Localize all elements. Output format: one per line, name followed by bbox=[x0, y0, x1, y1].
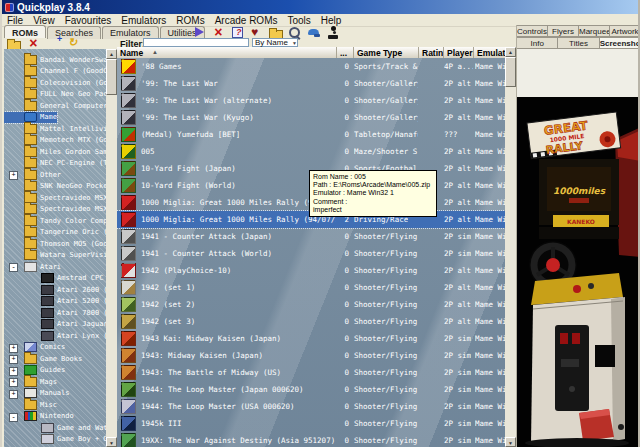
tree-item[interactable]: General Computer ... bbox=[4, 100, 106, 112]
game-row[interactable]: 1943: The Battle of Midway (US) 0 Shoote… bbox=[117, 364, 505, 381]
expand-toggle-icon[interactable]: + bbox=[9, 355, 18, 364]
menu-item[interactable]: Help bbox=[316, 15, 347, 26]
game-row[interactable]: 1942 (set 1) 0 Shooter/Flying... 2P alt … bbox=[117, 279, 505, 296]
expand-toggle-icon[interactable]: + bbox=[9, 367, 18, 376]
tree-item[interactable]: Tangerine Oric (G... bbox=[4, 227, 106, 239]
tree-item[interactable]: Game Boy + Game ... bbox=[4, 434, 106, 446]
media-tab[interactable]: Artwork bbox=[610, 25, 640, 37]
tree-item[interactable]: + Comics bbox=[4, 342, 65, 354]
media-tab[interactable]: Info bbox=[517, 37, 558, 49]
tree-item[interactable]: Thomson MO5 (Good... bbox=[4, 238, 106, 250]
tree-item[interactable]: Misc bbox=[4, 399, 57, 411]
scroll-up-icon[interactable]: ▲ bbox=[106, 49, 117, 59]
tree-item[interactable]: Spectravideo MSX ... bbox=[4, 204, 106, 216]
tree-item[interactable]: - Nintendo bbox=[4, 411, 74, 423]
game-row[interactable]: (Medal) Yumefuda [BET] 0 Tabletop/Hanafu… bbox=[117, 126, 505, 143]
game-row[interactable]: 1945k III 0 Shooter/Flying... 2P sim Mam… bbox=[117, 415, 505, 432]
game-row[interactable]: 1941 - Counter Attack (Japan) 0 Shooter/… bbox=[117, 228, 505, 245]
menu-item[interactable]: File bbox=[2, 15, 28, 26]
game-row[interactable]: 1943: Midway Kaisen (Japan) 0 Shooter/Fl… bbox=[117, 347, 505, 364]
menu-item[interactable]: Emulators bbox=[116, 15, 171, 26]
column-header[interactable]: Game Type bbox=[354, 47, 419, 58]
tree-item[interactable]: Tandy Color Compu... bbox=[4, 215, 106, 227]
media-tab[interactable]: Controls bbox=[517, 25, 548, 37]
game-row[interactable]: 1942 (set 2) 0 Shooter/Flying... 2P alt … bbox=[117, 296, 505, 313]
column-header[interactable]: Emulator bbox=[474, 47, 505, 58]
tree-item[interactable]: Colecovision (Goo... bbox=[4, 77, 106, 89]
media-tab[interactable]: Flyers bbox=[548, 25, 579, 37]
tree-item[interactable]: Miles Gordon Sam ... bbox=[4, 146, 106, 158]
tree-item[interactable]: + Other bbox=[4, 169, 61, 181]
tree-item[interactable]: Spectravideo MSX ... bbox=[4, 192, 106, 204]
expand-toggle-icon[interactable]: + bbox=[9, 171, 18, 180]
game-row[interactable]: 1942 (PlayChoice-10) 0 Shooter/Flying...… bbox=[117, 262, 505, 279]
tree-item[interactable]: Atari Jaguar (Go... bbox=[4, 319, 106, 331]
tree-item[interactable]: + Game Books bbox=[4, 353, 82, 365]
tree-item[interactable]: Amstrad CPC (Goo... bbox=[4, 273, 106, 285]
game-row[interactable]: '99: The Last War (alternate) 0 Shooter/… bbox=[117, 92, 505, 109]
expand-toggle-icon[interactable]: + bbox=[9, 344, 18, 353]
tree-item[interactable]: Channel F (GoodCh... bbox=[4, 66, 106, 78]
column-header[interactable]: Rating bbox=[419, 47, 444, 58]
tree-scrollbar[interactable]: ▲ ▼ bbox=[106, 49, 117, 447]
media-tab[interactable]: Marquees bbox=[579, 25, 610, 37]
expand-toggle-icon[interactable]: + bbox=[9, 390, 18, 399]
menu-item[interactable]: Favourites bbox=[60, 15, 117, 26]
menu-item[interactable]: Tools bbox=[282, 15, 315, 26]
menu-item[interactable]: View bbox=[28, 15, 60, 26]
tree-item[interactable]: Memotech MTX (Goo... bbox=[4, 135, 106, 147]
scroll-down-icon[interactable]: ▼ bbox=[505, 437, 516, 447]
tree-item[interactable]: SNK NeoGeo Pocket... bbox=[4, 181, 106, 193]
column-header[interactable]: Name bbox=[117, 47, 337, 58]
tree-item[interactable]: + Guides bbox=[4, 365, 65, 377]
expand-toggle-icon[interactable]: - bbox=[9, 263, 18, 272]
menu-item[interactable]: ROMs bbox=[171, 15, 209, 26]
tree-item[interactable]: FULL Neo Geo Pack... bbox=[4, 89, 106, 101]
sort-by-combobox[interactable]: By Name ▼ bbox=[252, 38, 298, 47]
tree-item[interactable]: Atari 7800 (Good... bbox=[4, 307, 106, 319]
tree-item[interactable]: Atari Lynx (Good... bbox=[4, 330, 106, 342]
tree-item[interactable]: - Atari bbox=[4, 261, 61, 273]
column-header[interactable]: Players bbox=[444, 47, 474, 58]
tree-item[interactable]: NEC PC-Engine (Tu... bbox=[4, 158, 106, 170]
game-row[interactable]: 1941 - Counter Attack (World) 0 Shooter/… bbox=[117, 245, 505, 262]
expand-toggle-icon[interactable]: + bbox=[9, 378, 18, 387]
good-tools-button[interactable] bbox=[306, 26, 322, 40]
game-row[interactable]: 1944: The Loop Master (USA 000620) 0 Sho… bbox=[117, 398, 505, 415]
list-scrollbar[interactable]: ▲ ▼ bbox=[505, 47, 516, 447]
game-row[interactable]: 19XX: The War Against Destiny (Asia 9512… bbox=[117, 432, 505, 447]
game-row[interactable]: 1942 (set 3) 0 Shooter/Flying... 2P alt … bbox=[117, 313, 505, 330]
tree-item[interactable]: Atari 5200 (Good... bbox=[4, 296, 106, 308]
expand-toggle-icon[interactable]: - bbox=[9, 413, 18, 422]
controller-setup-button[interactable] bbox=[325, 26, 341, 40]
filter-input[interactable] bbox=[143, 38, 249, 47]
game-row[interactable]: 005 0 Maze/Shooter S... 2P alt Mame Win bbox=[117, 143, 505, 160]
game-row[interactable]: 1943 Kai: Midway Kaisen (Japan) 0 Shoote… bbox=[117, 330, 505, 347]
tree-item[interactable]: Mattel Intellivis... bbox=[4, 123, 106, 135]
tree-item-icon bbox=[24, 239, 37, 249]
list-scroll-thumb[interactable] bbox=[505, 57, 516, 87]
game-row[interactable]: '88 Games 0 Sports/Track &... 4P a... Ma… bbox=[117, 58, 505, 75]
game-row[interactable]: 1944: The Loop Master (Japan 000620) 0 S… bbox=[117, 381, 505, 398]
tree-item-label: Atari Jaguar (Go... bbox=[57, 320, 106, 328]
scroll-up-icon[interactable]: ▲ bbox=[505, 47, 516, 57]
scroll-down-icon[interactable]: ▼ bbox=[106, 437, 117, 447]
tree-scroll-thumb[interactable] bbox=[106, 59, 117, 95]
game-players: 2P sim bbox=[444, 334, 471, 343]
tree-item-icon bbox=[24, 78, 37, 88]
tree-item-icon bbox=[24, 204, 37, 214]
title-bar[interactable]: Quickplay 3.8.4 bbox=[2, 0, 638, 14]
game-row[interactable]: '99: The Last War (Kyugo) 0 Shooter/Gall… bbox=[117, 109, 505, 126]
tree-item[interactable]: Atari 2600 (Good... bbox=[4, 284, 106, 296]
tree-item[interactable]: Bandai WonderSwan... bbox=[4, 54, 106, 66]
game-row[interactable]: '99: The Last War 0 Shooter/Gallery 2P a… bbox=[117, 75, 505, 92]
tree-item[interactable]: Game and Watch bbox=[4, 422, 106, 434]
media-tab[interactable]: Titles bbox=[558, 37, 599, 49]
column-header[interactable]: ... bbox=[337, 47, 354, 58]
tree-item[interactable]: Watara SuperVisio... bbox=[4, 250, 106, 262]
tree-item[interactable]: + Mags bbox=[4, 376, 57, 388]
game-type: Shooter/Flying... bbox=[354, 317, 418, 326]
tree-item-label: Watara SuperVisio... bbox=[40, 251, 106, 259]
media-tab[interactable]: Screenshots bbox=[600, 37, 640, 49]
tree-item[interactable]: + Manuals bbox=[4, 388, 70, 400]
